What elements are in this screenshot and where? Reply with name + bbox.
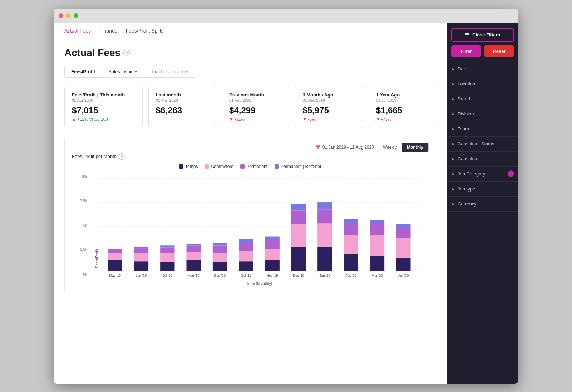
toggle-monthly[interactable]: Monthly xyxy=(402,143,428,152)
stat-date-3: 01 Dec 2019 xyxy=(302,98,355,103)
bar-segment xyxy=(108,249,122,253)
bar-segment xyxy=(291,204,306,210)
bar-chart-svg: Fees/Profit May '19Jun '19Jul '19Aug '19… xyxy=(90,175,429,286)
stat-card-last-month: Last month 01 Mar 2020 $6,263 xyxy=(148,86,216,128)
x-axis-label: Aug '19 xyxy=(188,273,199,277)
legend-contractors: Contractors xyxy=(205,164,233,169)
bar-segment xyxy=(108,260,122,270)
stat-change-2: ▼ -31% xyxy=(229,117,282,122)
chart-header: 📅 01 Jan 2019 - 11 Aug 2020 Weekly Month… xyxy=(72,143,429,152)
page-title: Actual Fees xyxy=(64,47,120,59)
filter-label: Currency xyxy=(458,201,477,207)
bar-segment xyxy=(317,209,332,223)
bar-segment xyxy=(134,261,148,271)
close-button[interactable] xyxy=(59,13,63,18)
bar-segment xyxy=(187,260,201,270)
y-label-0k: 0k xyxy=(83,272,87,276)
filter-label: Team xyxy=(458,126,469,132)
chevron-right-icon: ▶ xyxy=(452,97,455,101)
filter-label: Job type xyxy=(458,186,475,192)
toggle-weekly[interactable]: Weekly xyxy=(378,143,402,152)
bar-segment xyxy=(396,238,410,257)
bar-segment xyxy=(265,249,280,260)
filter-button[interactable]: Filter xyxy=(451,45,481,57)
maximize-button[interactable] xyxy=(74,13,78,18)
bar-segment xyxy=(344,219,358,224)
bar-segment xyxy=(187,244,201,245)
x-axis-label: May '19 xyxy=(109,273,121,277)
stats-row: Fees/Profit | This month 01 Apr 2020 $7,… xyxy=(64,86,436,128)
stat-change-4: ▼ -73% xyxy=(376,117,429,122)
stat-label-1: Last month xyxy=(156,92,208,98)
stat-label-2: Previous Month xyxy=(229,92,282,98)
bar-segment xyxy=(396,224,410,228)
filter-label: Consultant Status xyxy=(458,141,494,147)
page-body: Actual Fees ? Fees/Profit Sales Invoices… xyxy=(54,40,447,300)
bar-segment xyxy=(291,246,306,270)
bar-segment xyxy=(370,255,384,270)
x-axis-label: Jul '19 xyxy=(163,273,172,277)
filter-item-location[interactable]: ▶ Location xyxy=(447,76,518,91)
bar-segment xyxy=(239,239,253,243)
filter-label: Consultant xyxy=(458,156,480,162)
sub-tab-fees-profit[interactable]: Fees/Profit xyxy=(65,66,102,77)
sub-tab-purchase-invoices[interactable]: Purchase Invoices xyxy=(145,66,196,77)
stat-date-1: 01 Mar 2020 xyxy=(156,98,208,103)
chevron-right-icon: ▶ xyxy=(452,67,455,71)
bar-segment xyxy=(160,253,174,262)
stat-change-3: ▼ -5% xyxy=(302,117,355,122)
x-axis-label: Feb '20 xyxy=(345,273,356,277)
legend-permanent-retainer: Permanent | Retainer xyxy=(275,164,321,169)
filter-item-job-type[interactable]: ▶ Job type xyxy=(447,182,518,197)
chart-container: 📅 01 Jan 2019 - 11 Aug 2020 Weekly Month… xyxy=(64,137,436,293)
bar-segment xyxy=(344,235,358,254)
filter-item-job-category[interactable]: ▶ Job Category 1 xyxy=(447,167,518,182)
help-icon[interactable]: ? xyxy=(123,50,130,56)
legend-dot-temps xyxy=(179,164,183,169)
bar-segment xyxy=(213,245,227,253)
minimize-button[interactable] xyxy=(66,13,71,18)
bar-segment xyxy=(291,210,306,224)
chart-area-wrapper: 10k 7.5k 5k 2.5k 0k xyxy=(72,175,429,287)
filter-item-consultant-status[interactable]: ▶ Consultant Status xyxy=(447,137,518,152)
filter-badge: 1 xyxy=(508,170,514,177)
filter-label: Brand xyxy=(458,96,470,101)
titlebar xyxy=(54,9,518,23)
tab-actual-fees[interactable]: Actual Fees xyxy=(64,23,91,39)
filter-item-date[interactable]: ▶ Date xyxy=(447,61,518,76)
chart-legend: Temps Contractors Permanent Permane xyxy=(72,164,429,169)
bar-segment xyxy=(160,262,174,270)
x-axis-title: Time (Monthly) xyxy=(246,281,272,286)
filter-item-team[interactable]: ▶ Team xyxy=(447,121,518,137)
filter-list: ▶ Date ▶ Location ▶ Brand ▶ Division ▶ T… xyxy=(447,61,518,212)
reset-button[interactable]: Reset xyxy=(484,45,514,57)
filter-item-consultant[interactable]: ▶ Consultant xyxy=(447,152,518,167)
bar-segment xyxy=(396,257,410,270)
window-content: Actual Fees Finance Fees/Profit Splits A… xyxy=(54,23,518,384)
chart-help-icon[interactable]: ? xyxy=(119,153,125,160)
down-arrow-3: ▼ xyxy=(302,117,307,122)
close-filters-button[interactable]: ☰ Close Filters xyxy=(451,28,514,42)
bar-segment xyxy=(370,224,384,235)
bar-segment xyxy=(160,245,174,247)
tab-fees-profit-splits[interactable]: Fees/Profit Splits xyxy=(126,23,164,39)
filter-item-division[interactable]: ▶ Division xyxy=(447,106,518,121)
filter-item-currency[interactable]: ▶ Currency xyxy=(447,197,518,212)
x-axis-label: Dec '19 xyxy=(293,273,304,277)
filter-label: Job Category xyxy=(458,171,485,177)
x-axis-label: Oct '19 xyxy=(241,273,251,277)
sub-tab-sales-invoices[interactable]: Sales Invoices xyxy=(102,66,145,77)
y-axis-labels: 10k 7.5k 5k 2.5k 0k xyxy=(72,175,89,276)
y-label-7.5k: 7.5k xyxy=(80,199,87,203)
filter-item-brand[interactable]: ▶ Brand xyxy=(447,91,518,106)
filter-action-row: Filter Reset xyxy=(447,45,518,61)
tab-finance[interactable]: Finance xyxy=(99,23,117,39)
app-window: Actual Fees Finance Fees/Profit Splits A… xyxy=(54,9,518,384)
legend-dot-retainer xyxy=(275,164,279,169)
bar-segment xyxy=(317,223,332,247)
chart-title: Fees/Profit per Month ? xyxy=(72,153,429,160)
legend-temps: Temps xyxy=(179,164,198,169)
x-axis-label: Apr '20 xyxy=(398,273,409,277)
calendar-icon: 📅 xyxy=(315,145,321,150)
y-axis-title: Fees/Profit xyxy=(95,249,99,268)
